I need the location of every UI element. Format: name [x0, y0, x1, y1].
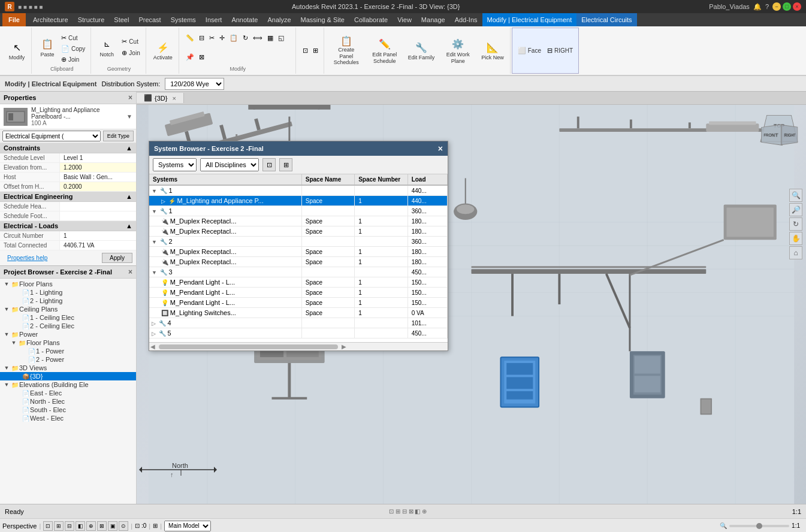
table-row[interactable]: ▼ 🔧 2 360... — [149, 237, 448, 247]
tree-3d[interactable]: 📦 {3D} — [0, 372, 136, 380]
ribbon-btn-pin[interactable]: 📌 — [184, 52, 196, 62]
table-row-selected[interactable]: ▷ ⚡ M_Lighting and Appliance P... Space1… — [149, 196, 448, 206]
menu-file[interactable]: File — [2, 13, 26, 26]
hscroll-thumb[interactable] — [159, 344, 338, 349]
table-row[interactable]: 💡 M_Pendant Light - L... Space1150... — [149, 277, 448, 288]
ribbon-btn-view1[interactable]: ⊡ — [301, 46, 310, 56]
table-row[interactable]: ▼ 🔧 1 440... — [149, 185, 448, 196]
table-row[interactable]: ▷ 🔧 4 101... — [149, 318, 448, 328]
minimize-btn[interactable]: − — [772, 2, 781, 11]
zoom-slider[interactable] — [729, 525, 789, 527]
menu-precast[interactable]: Precast — [134, 13, 165, 26]
menu-systems[interactable]: Systems — [166, 13, 201, 26]
tree-power[interactable]: ▼ 📁 Power — [0, 330, 136, 338]
view-mode-btn2[interactable]: ⊞ — [54, 521, 64, 531]
properties-help-link[interactable]: Properties help — [4, 253, 51, 263]
sys-browser-filter2[interactable]: All Disciplines Electrical Mechanical — [200, 158, 259, 171]
tree-west-elec[interactable]: 📄 West - Elec — [0, 414, 136, 422]
tree-north-elec[interactable]: 📄 North - Elec — [0, 397, 136, 406]
project-browser-close-btn[interactable]: × — [128, 268, 132, 276]
ribbon-btn-pick-new[interactable]: 📐 Pick New — [479, 35, 506, 66]
edit-type-btn[interactable]: Edit Type — [103, 131, 134, 141]
viewport-canvas[interactable]: TOP FRONT RIGHT 🔍 🔎 ↻ ✋ ⌂ North — [137, 105, 806, 504]
ribbon-btn-modify[interactable]: ↖ Modify — [6, 34, 28, 68]
view-mode-btn1[interactable]: ⊡ — [43, 521, 53, 531]
table-row[interactable]: 🔌 M_Duplex Receptacl... Space1180... — [149, 216, 448, 226]
ribbon-btn-scale[interactable]: ◱ — [276, 33, 286, 43]
constraints-header[interactable]: Constraints ▲ — [0, 143, 136, 153]
tree-1-ceiling[interactable]: 📄 1 - Ceiling Elec — [0, 313, 136, 322]
view-mode-btn7[interactable]: ▣ — [108, 521, 117, 531]
tree-3dviews[interactable]: ▼ 📁 3D Views — [0, 364, 136, 372]
table-row[interactable]: 🔲 M_Lighting Switches... Space10 VA — [149, 308, 448, 318]
menu-analyze[interactable]: Analyze — [262, 13, 295, 26]
ribbon-btn-panel-sched[interactable]: 📋 Create Panel Schedules — [329, 35, 364, 66]
view-mode-btn6[interactable]: ⊠ — [97, 521, 107, 531]
ribbon-btn-split[interactable]: ✂ — [207, 33, 216, 43]
elevation-value[interactable]: 1.2000 — [60, 163, 136, 172]
view-mode-btn5[interactable]: ⊕ — [86, 521, 96, 531]
ribbon-btn-edit-work[interactable]: ⚙️ Edit Work Plane — [440, 35, 475, 66]
ribbon-btn-paste[interactable]: 📋 Paste — [37, 32, 58, 63]
electrical-loads-header[interactable]: Electrical - Loads ▲ — [0, 221, 136, 231]
menu-view[interactable]: View — [393, 13, 416, 26]
offset-value[interactable]: 0.2000 — [60, 182, 136, 191]
ribbon-btn-join[interactable]: ⊕ Join — [59, 55, 87, 65]
ribbon-btn-work-plane[interactable]: ⊟ RIGHT — [545, 46, 575, 56]
menu-manage[interactable]: Manage — [416, 13, 450, 26]
tree-south-elec[interactable]: 📄 South - Elec — [0, 406, 136, 414]
vnav-zoom-out-btn[interactable]: 🔎 — [789, 203, 802, 216]
distribution-system-select[interactable]: 120/208 Wye 277/480 Wye 120/240 Delta — [165, 78, 224, 90]
view-mode-btn8[interactable]: ⊙ — [119, 521, 128, 531]
table-row[interactable]: ▷ 🔧 5 450... — [149, 328, 448, 338]
ribbon-btn-align[interactable]: ⊟ — [197, 33, 206, 43]
ribbon-btn-move[interactable]: ✛ — [218, 33, 227, 43]
tree-1-power[interactable]: 📄 1 - Power — [0, 347, 136, 355]
ribbon-btn-cut[interactable]: ✂ Cut — [59, 33, 87, 43]
electrical-eng-header[interactable]: Electrical Engineering ▲ — [0, 192, 136, 202]
dialog-content[interactable]: Systems Space Name Space Number Load ▼ — [149, 174, 448, 342]
close-btn[interactable]: × — [793, 2, 801, 11]
sys-browser-tb-btn2[interactable]: ⊞ — [279, 158, 292, 171]
sys-browser-tb-btn1[interactable]: ⊡ — [262, 158, 276, 171]
tree-east-elec[interactable]: 📄 East - Elec — [0, 389, 136, 397]
table-row[interactable]: 🔌 M_Duplex Receptacl... Space1180... — [149, 257, 448, 267]
zoom-thumb[interactable] — [756, 523, 762, 529]
project-browser-content[interactable]: ▼ 📁 Floor Plans 📄 1 - Lighting 📄 2 - Lig… — [0, 279, 136, 504]
ribbon-btn-join2[interactable]: ⊕ Join — [120, 48, 141, 58]
nav-cube-front-label[interactable]: FRONT — [761, 124, 783, 146]
viewport-tab-close[interactable]: × — [172, 95, 176, 102]
ribbon-btn-rotate[interactable]: ↻ — [241, 33, 250, 43]
ribbon-btn-cut2[interactable]: ✂ Cut — [120, 37, 141, 47]
properties-close-btn[interactable]: × — [128, 93, 132, 102]
tree-ceiling-plans[interactable]: ▼ 📁 Ceiling Plans — [0, 305, 136, 313]
ribbon-btn-edit-family[interactable]: 🔧 Edit Family — [406, 35, 437, 66]
view-mode-btn3[interactable]: ⊟ — [65, 521, 74, 531]
vnav-rotate-btn[interactable]: ↻ — [789, 217, 802, 231]
apply-btn[interactable]: Apply — [102, 253, 132, 263]
ribbon-btn-array[interactable]: ▦ — [265, 33, 275, 43]
ribbon-btn-measure[interactable]: 📏 — [184, 33, 196, 43]
vnav-home-btn[interactable]: ⌂ — [789, 246, 802, 259]
table-row[interactable]: 💡 M_Pendant Light - L... Space1150... — [149, 288, 448, 298]
menu-collaborate[interactable]: Collaborate — [349, 13, 393, 26]
table-row[interactable]: ▼ 🔧 1 360... — [149, 206, 448, 216]
ribbon-btn-edit-panel-sched[interactable]: ✏️ Edit Panel Schedule — [367, 35, 402, 66]
ribbon-btn-copy[interactable]: 📄 Copy — [59, 44, 87, 54]
dialog-hscroll[interactable]: ◀ ▶ — [149, 342, 448, 350]
nav-cube[interactable]: TOP FRONT RIGHT — [758, 111, 800, 153]
properties-category-select[interactable]: Electrical Equipment ( — [2, 131, 101, 141]
ribbon-btn-unpin[interactable]: ⊠ — [197, 52, 206, 62]
ribbon-btn-activate[interactable]: ⚡ Activate — [151, 35, 175, 66]
viewport-tab-3d[interactable]: ⬛ {3D} × — [137, 93, 184, 103]
menu-ec[interactable]: Electrical Circuits — [576, 13, 636, 26]
tree-2-power[interactable]: 📄 2 - Power — [0, 355, 136, 364]
menu-addins[interactable]: Add-Ins — [450, 13, 482, 26]
tree-2-ceiling[interactable]: 📄 2 - Ceiling Elec — [0, 322, 136, 330]
tree-power-floor-plans[interactable]: ▼ 📁 Floor Plans — [0, 338, 136, 347]
ribbon-btn-copy2[interactable]: 📋 — [228, 33, 240, 43]
nav-cube-right-label[interactable]: RIGHT — [781, 125, 798, 146]
sys-browser-filter1[interactable]: Systems Zones Circuits — [153, 158, 197, 171]
dialog-close-btn[interactable]: × — [438, 144, 443, 153]
maximize-btn[interactable]: □ — [783, 2, 791, 11]
